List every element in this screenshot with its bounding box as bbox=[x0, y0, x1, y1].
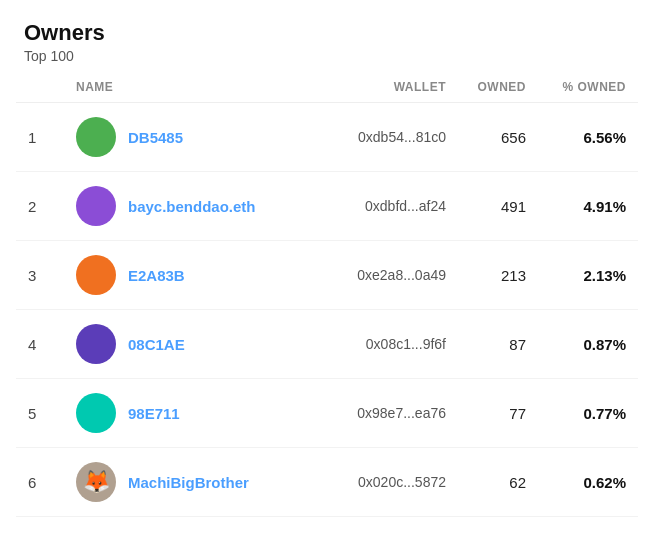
owner-name[interactable]: DB5485 bbox=[128, 129, 183, 146]
page-header: Owners Top 100 bbox=[0, 0, 654, 72]
avatar bbox=[76, 393, 116, 433]
owned-cell: 656 bbox=[446, 129, 526, 146]
percent-cell: 6.56% bbox=[526, 129, 626, 146]
col-wallet: WALLET bbox=[286, 80, 446, 94]
name-cell: 08C1AE bbox=[76, 324, 286, 364]
page-title: Owners bbox=[24, 20, 630, 46]
percent-cell: 0.87% bbox=[526, 336, 626, 353]
wallet-cell: 0xe2a8...0a49 bbox=[286, 267, 446, 283]
owner-name[interactable]: 08C1AE bbox=[128, 336, 185, 353]
col-owned: OWNED bbox=[446, 80, 526, 94]
table-row: 6 🦊 MachiBigBrother 0x020c...5872 62 0.6… bbox=[16, 448, 638, 517]
row-index: 4 bbox=[28, 336, 76, 353]
wallet-cell: 0x08c1...9f6f bbox=[286, 336, 446, 352]
percent-cell: 2.13% bbox=[526, 267, 626, 284]
row-index: 3 bbox=[28, 267, 76, 284]
name-cell: 98E711 bbox=[76, 393, 286, 433]
wallet-cell: 0xdbfd...af24 bbox=[286, 198, 446, 214]
owned-cell: 77 bbox=[446, 405, 526, 422]
wallet-cell: 0x98e7...ea76 bbox=[286, 405, 446, 421]
row-index: 6 bbox=[28, 474, 76, 491]
owner-name[interactable]: 98E711 bbox=[128, 405, 180, 422]
table-row: 5 98E711 0x98e7...ea76 77 0.77% bbox=[16, 379, 638, 448]
percent-cell: 0.77% bbox=[526, 405, 626, 422]
row-index: 2 bbox=[28, 198, 76, 215]
table-row: 4 08C1AE 0x08c1...9f6f 87 0.87% bbox=[16, 310, 638, 379]
owner-name[interactable]: E2A83B bbox=[128, 267, 185, 284]
percent-cell: 4.91% bbox=[526, 198, 626, 215]
avatar: 🦊 bbox=[76, 462, 116, 502]
col-index bbox=[28, 80, 76, 94]
avatar bbox=[76, 186, 116, 226]
table-header: NAME WALLET OWNED % OWNED bbox=[16, 72, 638, 103]
row-index: 5 bbox=[28, 405, 76, 422]
owned-cell: 87 bbox=[446, 336, 526, 353]
table-row: 3 E2A83B 0xe2a8...0a49 213 2.13% bbox=[16, 241, 638, 310]
table-row: 2 bayc.benddao.eth 0xdbfd...af24 491 4.9… bbox=[16, 172, 638, 241]
owned-cell: 213 bbox=[446, 267, 526, 284]
owned-cell: 491 bbox=[446, 198, 526, 215]
owned-cell: 62 bbox=[446, 474, 526, 491]
wallet-cell: 0x020c...5872 bbox=[286, 474, 446, 490]
avatar bbox=[76, 324, 116, 364]
name-cell: bayc.benddao.eth bbox=[76, 186, 286, 226]
name-cell: 🦊 MachiBigBrother bbox=[76, 462, 286, 502]
table-body: 1 DB5485 0xdb54...81c0 656 6.56% 2 bayc.… bbox=[16, 103, 638, 517]
table-row: 1 DB5485 0xdb54...81c0 656 6.56% bbox=[16, 103, 638, 172]
percent-cell: 0.62% bbox=[526, 474, 626, 491]
col-name: NAME bbox=[76, 80, 286, 94]
col-percent: % OWNED bbox=[526, 80, 626, 94]
table-container: NAME WALLET OWNED % OWNED 1 DB5485 0xdb5… bbox=[0, 72, 654, 517]
avatar bbox=[76, 117, 116, 157]
owner-name[interactable]: bayc.benddao.eth bbox=[128, 198, 256, 215]
name-cell: DB5485 bbox=[76, 117, 286, 157]
name-cell: E2A83B bbox=[76, 255, 286, 295]
row-index: 1 bbox=[28, 129, 76, 146]
avatar bbox=[76, 255, 116, 295]
owner-name[interactable]: MachiBigBrother bbox=[128, 474, 249, 491]
wallet-cell: 0xdb54...81c0 bbox=[286, 129, 446, 145]
page-subtitle: Top 100 bbox=[24, 48, 630, 64]
